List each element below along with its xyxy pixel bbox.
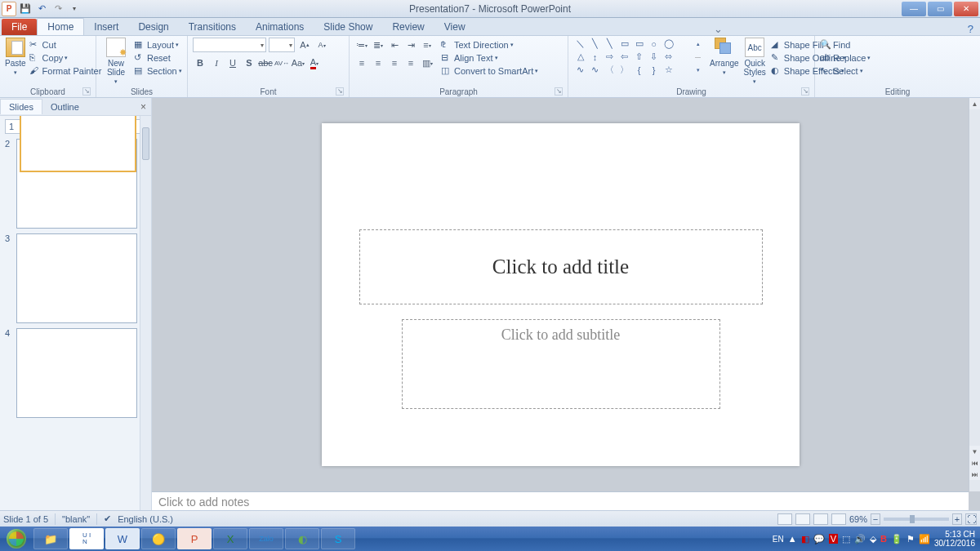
font-family-select[interactable]: [193, 38, 266, 52]
normal-view-button[interactable]: [777, 513, 792, 525]
title-placeholder[interactable]: Click to add title: [359, 229, 763, 304]
zoom-out-button[interactable]: −: [871, 513, 880, 525]
taskbar-skype[interactable]: S: [321, 528, 355, 549]
underline-button[interactable]: U: [225, 56, 240, 70]
tray-lang[interactable]: EN: [773, 535, 784, 544]
close-button[interactable]: ✕: [954, 2, 978, 16]
scroll-down-icon[interactable]: ▼: [969, 446, 980, 457]
copy-button[interactable]: ⎘Copy▾: [29, 52, 102, 64]
replace-button[interactable]: abReplace▾: [820, 52, 871, 64]
find-button[interactable]: 🔍Find: [820, 39, 850, 51]
tab-animations[interactable]: Animations: [246, 19, 314, 35]
columns-button[interactable]: ▥▾: [420, 56, 434, 70]
zoom-in-button[interactable]: +: [952, 513, 962, 525]
slide-canvas[interactable]: Click to add title Click to add subtitle: [322, 123, 800, 466]
tray-battery-icon[interactable]: 🔋: [891, 534, 902, 544]
taskbar-chrome[interactable]: 🟡: [141, 528, 176, 549]
reset-button[interactable]: ↺Reset: [134, 52, 182, 64]
fit-to-window-button[interactable]: ⛶: [965, 513, 977, 525]
strikethrough-button[interactable]: abc: [258, 56, 273, 70]
taskbar-excel[interactable]: X: [213, 528, 247, 549]
font-color-button[interactable]: A▾: [307, 56, 322, 70]
next-slide-icon[interactable]: ⏭: [969, 469, 980, 480]
italic-button[interactable]: I: [209, 56, 224, 70]
undo-icon[interactable]: ↶: [34, 2, 49, 16]
tray-adobe-icon[interactable]: ◧: [801, 534, 809, 544]
drawing-launcher[interactable]: ↘: [801, 87, 809, 96]
slide-thumb-4[interactable]: 4: [5, 328, 148, 418]
taskbar-unikey[interactable]: U IN: [69, 528, 104, 549]
save-icon[interactable]: 💾: [18, 2, 33, 16]
text-direction-button[interactable]: ⅊Text Direction▾: [441, 39, 538, 51]
change-case-button[interactable]: Aa▾: [291, 56, 305, 70]
align-left-button[interactable]: ≡: [354, 56, 369, 70]
increase-font-icon[interactable]: A▴: [297, 38, 312, 52]
taskbar-word[interactable]: W: [105, 528, 140, 549]
thumbs-scrollbar[interactable]: [140, 116, 151, 521]
shapes-gallery[interactable]: ＼╲╲▭▭○◯▴ △↕⇨⇦⇧⇩⬄— ∿∿〈〉{}☆▾: [573, 38, 705, 76]
tray-action-icon[interactable]: ⚑: [906, 534, 915, 544]
font-size-select[interactable]: [269, 38, 295, 52]
tab-file[interactable]: File: [2, 19, 37, 35]
new-slide-button[interactable]: ✸ New Slide ▾: [101, 38, 131, 85]
align-text-button[interactable]: ⊟Align Text▾: [441, 52, 538, 64]
taskbar-coccoc[interactable]: ◐: [285, 528, 319, 549]
slide-thumb-3[interactable]: 3: [5, 233, 148, 323]
start-button[interactable]: [0, 527, 33, 551]
decrease-indent-button[interactable]: ⇤: [387, 38, 402, 52]
taskbar-explorer[interactable]: 📁: [33, 528, 68, 549]
zoom-level[interactable]: 69%: [849, 514, 867, 524]
line-spacing-button[interactable]: ≡▾: [420, 38, 434, 52]
taskbar-powerpoint[interactable]: P: [177, 528, 212, 549]
redo-icon[interactable]: ↷: [51, 2, 65, 16]
tab-slide-show[interactable]: Slide Show: [314, 19, 382, 35]
panel-tab-outline[interactable]: Outline: [42, 100, 87, 114]
tray-network-icon[interactable]: 📶: [919, 534, 930, 544]
maximize-button[interactable]: ▭: [928, 2, 952, 16]
char-spacing-button[interactable]: AV↔: [274, 56, 289, 70]
panel-close-icon[interactable]: ×: [136, 101, 151, 113]
spellcheck-icon[interactable]: ✔: [104, 513, 111, 524]
tray-chat-icon[interactable]: 💬: [813, 534, 825, 544]
sorter-view-button[interactable]: [795, 513, 810, 525]
scroll-up-icon[interactable]: ▲: [969, 98, 980, 109]
bold-button[interactable]: B: [193, 56, 207, 70]
slide-thumb-1[interactable]: 1: [5, 119, 148, 134]
tray-flag-icon[interactable]: ▲: [788, 534, 797, 544]
tray-volume-icon[interactable]: 🔊: [854, 534, 866, 544]
language-indicator[interactable]: English (U.S.): [118, 514, 173, 524]
reading-view-button[interactable]: [813, 513, 828, 525]
decrease-font-icon[interactable]: A▾: [314, 38, 329, 52]
minimize-button[interactable]: —: [902, 2, 926, 16]
bullets-button[interactable]: ≔▾: [354, 38, 369, 52]
tray-clock[interactable]: 5:13 CH 30/12/2016: [934, 530, 975, 548]
section-button[interactable]: ▤Section▾: [134, 65, 182, 77]
slideshow-view-button[interactable]: [831, 513, 846, 525]
tray-v-icon[interactable]: V: [829, 534, 838, 544]
convert-smartart-button[interactable]: ◫Convert to SmartArt▾: [441, 65, 538, 77]
tab-transitions[interactable]: Transitions: [179, 19, 246, 35]
increase-indent-button[interactable]: ⇥: [403, 38, 418, 52]
align-right-button[interactable]: ≡: [387, 56, 402, 70]
subtitle-placeholder[interactable]: Click to add subtitle: [402, 319, 720, 409]
canvas-scrollbar[interactable]: ▲ ▼ ⏮ ⏭: [969, 98, 980, 491]
zoom-slider[interactable]: [884, 518, 949, 521]
align-center-button[interactable]: ≡: [371, 56, 385, 70]
clipboard-launcher[interactable]: ↘: [82, 87, 91, 96]
tray-stack-icon[interactable]: ⬚: [842, 534, 850, 544]
font-launcher[interactable]: ↘: [336, 87, 344, 96]
numbering-button[interactable]: ≣▾: [371, 38, 385, 52]
prev-slide-icon[interactable]: ⏮: [969, 457, 980, 469]
tray-shield-icon[interactable]: ⬙: [870, 534, 876, 544]
layout-button[interactable]: ▦Layout▾: [134, 39, 182, 51]
tab-home[interactable]: Home: [37, 18, 84, 35]
panel-tab-slides[interactable]: Slides: [0, 99, 42, 114]
shadow-button[interactable]: S: [242, 56, 256, 70]
cut-button[interactable]: ✂Cut: [29, 39, 102, 51]
tab-view[interactable]: View: [434, 19, 475, 35]
quick-styles-button[interactable]: Abc Quick Styles▾: [744, 38, 766, 85]
paste-button[interactable]: Paste ▾: [5, 38, 26, 76]
justify-button[interactable]: ≡: [403, 56, 418, 70]
ribbon-minimize-icon[interactable]: ⌄: [707, 23, 729, 35]
format-painter-button[interactable]: 🖌Format Painter: [29, 65, 102, 77]
